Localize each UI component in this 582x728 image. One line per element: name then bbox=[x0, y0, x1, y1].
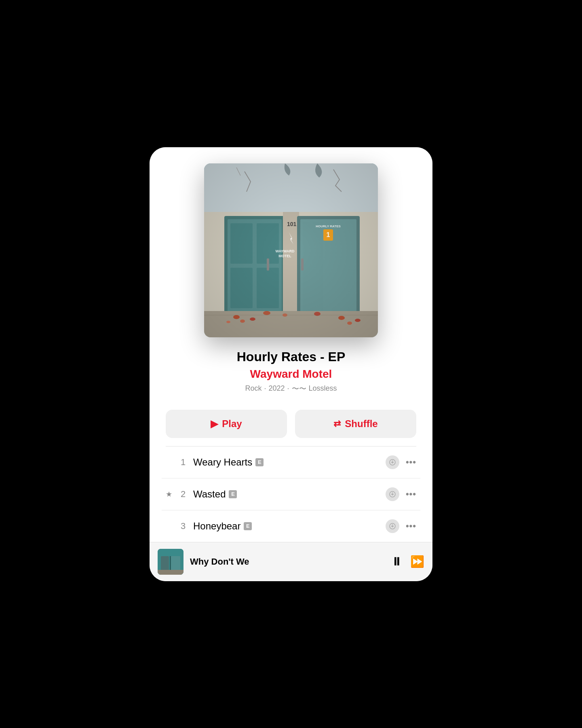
now-playing-controls: ⏸ ⏩ bbox=[391, 555, 424, 568]
svg-rect-40 bbox=[171, 556, 180, 571]
explicit-badge-1: E bbox=[255, 458, 264, 466]
lossless-icon: 〜〜 bbox=[292, 384, 306, 394]
download-button-2[interactable] bbox=[386, 487, 399, 501]
year: 2022 bbox=[268, 384, 285, 393]
pause-button[interactable]: ⏸ bbox=[391, 555, 402, 568]
more-button-1[interactable]: ••• bbox=[406, 457, 416, 468]
play-label: Play bbox=[222, 418, 242, 430]
shuffle-button[interactable]: ⇄ Shuffle bbox=[295, 410, 416, 438]
track-row[interactable]: 3 Honeybear E ••• bbox=[162, 510, 420, 542]
more-button-3[interactable]: ••• bbox=[406, 521, 416, 531]
track-number-1: 1 bbox=[177, 457, 189, 468]
track-title-text-1: Weary Hearts bbox=[193, 457, 252, 468]
separator2: · bbox=[287, 384, 289, 393]
svg-rect-39 bbox=[170, 556, 171, 571]
track-actions-3: ••• bbox=[386, 519, 416, 533]
track-title-text-3: Honeybear bbox=[193, 521, 240, 532]
action-buttons: ▶ Play ⇄ Shuffle bbox=[150, 398, 432, 446]
album-info: Hourly Rates - EP Wayward Motel Rock · 2… bbox=[150, 337, 432, 398]
track-row[interactable]: 1 Weary Hearts E ••• bbox=[162, 447, 420, 478]
artist-name[interactable]: Wayward Motel bbox=[166, 368, 416, 381]
download-button-3[interactable] bbox=[386, 519, 399, 533]
shuffle-icon: ⇄ bbox=[333, 419, 341, 429]
track-list: 1 Weary Hearts E ••• ★ 2 Wasted bbox=[150, 447, 432, 542]
play-icon: ▶ bbox=[211, 418, 218, 430]
album-art-section: 101 WAYWARD MOTEL HOURLY RATES 1 bbox=[150, 147, 432, 337]
track-number-2: 2 bbox=[177, 489, 189, 499]
download-button-1[interactable] bbox=[386, 455, 399, 469]
now-playing-bar[interactable]: Why Don't We ⏸ ⏩ bbox=[150, 542, 432, 581]
track-title-text-2: Wasted bbox=[193, 489, 226, 500]
album-title: Hourly Rates - EP bbox=[166, 349, 416, 364]
now-playing-thumbnail bbox=[158, 549, 183, 575]
now-playing-title: Why Don't We bbox=[190, 557, 384, 567]
track-number-3: 3 bbox=[177, 521, 189, 531]
track-actions-2: ••• bbox=[386, 487, 416, 501]
skip-forward-button[interactable]: ⏩ bbox=[410, 555, 424, 568]
track-star-2: ★ bbox=[166, 490, 175, 499]
track-row[interactable]: ★ 2 Wasted E ••• bbox=[162, 478, 420, 510]
separator1: · bbox=[264, 384, 266, 393]
quality: Lossless bbox=[309, 384, 337, 393]
svg-rect-33 bbox=[204, 163, 378, 337]
track-title-2: Wasted E bbox=[193, 489, 386, 500]
album-art: 101 WAYWARD MOTEL HOURLY RATES 1 bbox=[204, 163, 378, 337]
shuffle-label: Shuffle bbox=[345, 418, 377, 430]
track-title-3: Honeybear E bbox=[193, 521, 386, 532]
album-meta: Rock · 2022 · 〜〜 Lossless bbox=[166, 384, 416, 394]
more-button-2[interactable]: ••• bbox=[406, 489, 416, 499]
track-actions-1: ••• bbox=[386, 455, 416, 469]
play-button[interactable]: ▶ Play bbox=[166, 410, 287, 438]
explicit-badge-2: E bbox=[229, 490, 237, 498]
genre: Rock bbox=[245, 384, 261, 393]
explicit-badge-3: E bbox=[244, 522, 252, 530]
svg-rect-41 bbox=[158, 570, 183, 575]
phone-container: 101 WAYWARD MOTEL HOURLY RATES 1 bbox=[150, 147, 432, 581]
track-title-1: Weary Hearts E bbox=[193, 457, 386, 468]
svg-rect-38 bbox=[161, 556, 169, 571]
